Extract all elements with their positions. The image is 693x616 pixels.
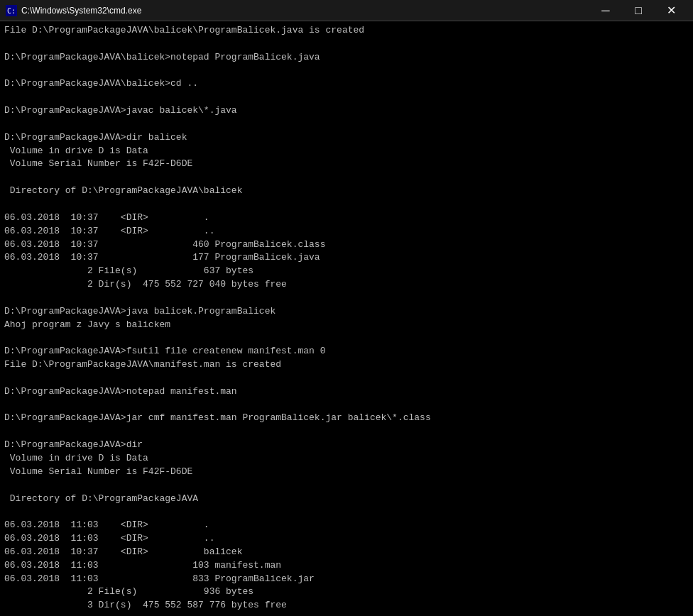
svg-text:C:: C: (7, 7, 16, 15)
close-button[interactable]: ✕ (655, 0, 687, 21)
title-bar: C: C:\Windows\System32\cmd.exe ─ □ ✕ (0, 0, 693, 21)
maximize-button[interactable]: □ (622, 0, 655, 21)
minimize-button[interactable]: ─ (589, 0, 622, 21)
window-controls: ─ □ ✕ (589, 0, 687, 21)
title-bar-left: C: C:\Windows\System32\cmd.exe (6, 5, 141, 16)
terminal-output: File D:\ProgramPackageJAVA\balicek\Progr… (0, 21, 693, 616)
cmd-icon: C: (6, 5, 17, 16)
window-title: C:\Windows\System32\cmd.exe (21, 6, 141, 16)
